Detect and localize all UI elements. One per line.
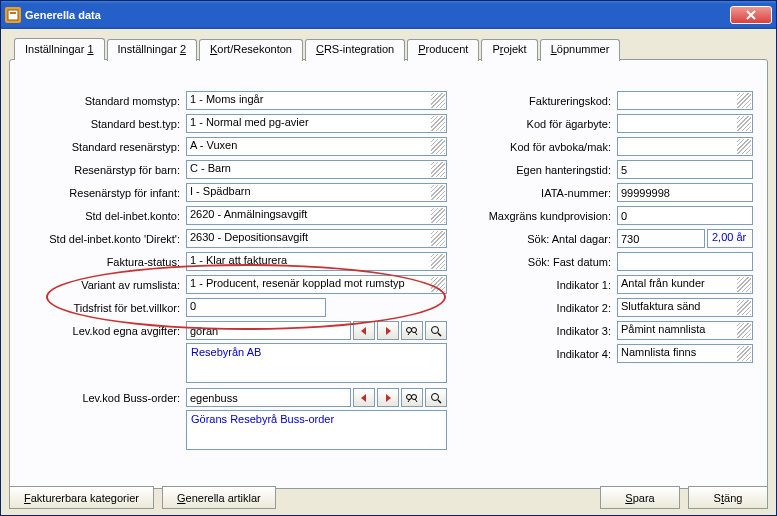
label-ind2: Indikator 2: <box>477 302 617 314</box>
field-barn[interactable]: C - Barn <box>186 160 447 179</box>
label-delinbet: Std del-inbet.konto: <box>24 210 186 222</box>
field-faktkod[interactable] <box>617 91 753 110</box>
field-delinbetd[interactable]: 2630 - Depositionsavgift <box>186 229 447 248</box>
field-fakturastatus[interactable]: 1 - Klar att fakturera <box>186 252 447 271</box>
field-agarbyte[interactable] <box>617 114 753 133</box>
prev-button[interactable] <box>353 388 375 407</box>
svg-point-7 <box>432 393 439 400</box>
right-column: Faktureringskod: Kod för ägarbyte: Kod f… <box>477 90 753 454</box>
field-tidsfrist[interactable]: 0 <box>186 298 326 317</box>
label-maxgrans: Maxgräns kundprovision: <box>477 210 617 222</box>
label-rumslista: Variant av rumslista: <box>24 279 186 291</box>
label-egen: Egen hanteringstid: <box>477 164 617 176</box>
spara-button[interactable]: Spara <box>600 486 680 509</box>
label-sokfast: Sök: Fast datum: <box>477 256 617 268</box>
zoom-button[interactable] <box>425 321 447 340</box>
field-ind3[interactable]: Påmint namnlista <box>617 321 753 340</box>
label-infant: Resenärstyp för infant: <box>24 187 186 199</box>
field-infant[interactable]: I - Spädbarn <box>186 183 447 202</box>
tab-strip: Inställningar 1 Inställningar 2 Kort/Res… <box>14 38 622 60</box>
prev-button[interactable] <box>353 321 375 340</box>
field-ind4[interactable]: Namnlista finns <box>617 344 753 363</box>
left-column: Standard momstyp:1 - Moms ingår Standard… <box>24 90 447 454</box>
close-button[interactable] <box>730 6 772 24</box>
label-iata: IATA-nummer: <box>477 187 617 199</box>
app-icon <box>5 7 21 23</box>
label-fakturastatus: Faktura-status: <box>24 256 186 268</box>
field-ind2[interactable]: Slutfaktura sänd <box>617 298 753 317</box>
stang-button[interactable]: Stäng <box>688 486 768 509</box>
label-ind4: Indikator 4: <box>477 348 617 360</box>
label-momstyp: Standard momstyp: <box>24 95 186 107</box>
fakturerbara-button[interactable]: Fakturerbara kategorier <box>9 486 154 509</box>
svg-rect-1 <box>10 12 16 14</box>
field-levkod[interactable] <box>186 321 351 340</box>
tab-producent[interactable]: Producent <box>407 39 479 61</box>
field-maxgrans[interactable] <box>617 206 753 225</box>
svg-point-4 <box>432 326 439 333</box>
levkod-description: Resebyrån AB <box>186 343 447 383</box>
label-levbuss: Lev.kod Buss-order: <box>24 392 186 404</box>
label-sokdagar: Sök: Antal dagar: <box>477 233 617 245</box>
label-ind3: Indikator 3: <box>477 325 617 337</box>
generella-artiklar-button[interactable]: Generella artiklar <box>162 486 276 509</box>
field-momstyp[interactable]: 1 - Moms ingår <box>186 91 447 110</box>
tab-crs-integration[interactable]: CRS-integration <box>305 39 405 61</box>
tab-installningar-2[interactable]: Inställningar 2 <box>107 39 198 61</box>
levbuss-description: Görans Resebyrå Buss-order <box>186 410 447 450</box>
label-levkod: Lev.kod egna avgifter: <box>24 325 186 337</box>
bottom-buttons: Fakturerbara kategorier Generella artikl… <box>9 486 768 509</box>
sokdagar-note: 2,00 år <box>712 231 746 243</box>
field-besttyp[interactable]: 1 - Normal med pg-avier <box>186 114 447 133</box>
tab-projekt[interactable]: Projekt <box>481 39 537 61</box>
field-delinbet[interactable]: 2620 - Anmälningsavgift <box>186 206 447 225</box>
tab-kort-resekonton[interactable]: Kort/Resekonton <box>199 39 303 61</box>
tab-panel: Inställningar 1 Inställningar 2 Kort/Res… <box>9 59 768 489</box>
content-area: Inställningar 1 Inställningar 2 Kort/Res… <box>1 29 776 515</box>
title-bar: Generella data <box>1 1 776 29</box>
field-sokdagar[interactable] <box>617 229 705 248</box>
label-ind1: Indikator 1: <box>477 279 617 291</box>
tab-installningar-1[interactable]: Inställningar 1 <box>14 38 105 60</box>
label-besttyp: Standard best.typ: <box>24 118 186 130</box>
window-title: Generella data <box>25 9 101 21</box>
zoom-button[interactable] <box>425 388 447 407</box>
label-agarbyte: Kod för ägarbyte: <box>477 118 617 130</box>
svg-rect-0 <box>8 10 18 20</box>
field-avboka[interactable] <box>617 137 753 156</box>
label-tidsfrist: Tidsfrist för bet.villkor: <box>24 302 186 314</box>
search-button[interactable] <box>401 388 423 407</box>
tab-lopnummer[interactable]: Löpnummer <box>540 39 621 61</box>
next-button[interactable] <box>377 321 399 340</box>
field-rumslista[interactable]: 1 - Producent, resenär kopplad mot rumst… <box>186 275 447 294</box>
label-faktkod: Faktureringskod: <box>477 95 617 107</box>
label-resenartyp: Standard resenärstyp: <box>24 141 186 153</box>
label-barn: Resenärstyp för barn: <box>24 164 186 176</box>
svg-point-6 <box>412 394 417 399</box>
svg-point-5 <box>407 394 412 399</box>
label-delinbetd: Std del-inbet.konto 'Direkt': <box>24 233 186 245</box>
field-ind1[interactable]: Antal från kunder <box>617 275 753 294</box>
field-resenartyp[interactable]: A - Vuxen <box>186 137 447 156</box>
field-levbuss[interactable] <box>186 388 351 407</box>
svg-point-2 <box>407 327 412 332</box>
field-sokfast[interactable] <box>617 252 753 271</box>
field-iata[interactable] <box>617 183 753 202</box>
label-avboka: Kod för avboka/mak: <box>477 141 617 153</box>
field-egen[interactable] <box>617 160 753 179</box>
svg-point-3 <box>412 327 417 332</box>
search-button[interactable] <box>401 321 423 340</box>
next-button[interactable] <box>377 388 399 407</box>
